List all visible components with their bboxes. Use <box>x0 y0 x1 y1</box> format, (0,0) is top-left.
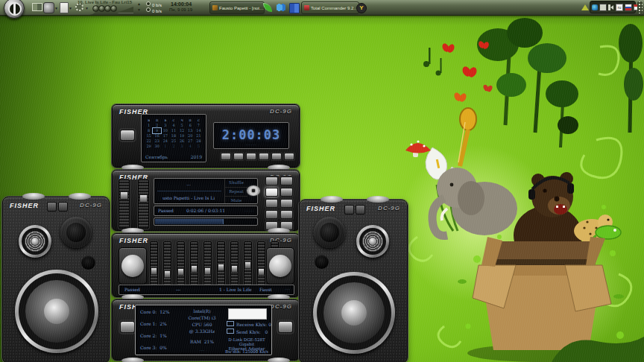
seek-bar[interactable] <box>154 217 258 226</box>
calendar-day[interactable]: 4 <box>186 144 195 149</box>
eq-band-slider[interactable] <box>203 241 212 289</box>
calendar-day[interactable]: 5 <box>178 123 186 128</box>
slider-handle[interactable] <box>231 265 238 273</box>
clock-unit-button[interactable] <box>284 153 294 160</box>
player-grid-button[interactable] <box>265 199 278 208</box>
flag-layout-icon[interactable] <box>625 4 632 11</box>
eq-band-slider[interactable] <box>244 241 252 289</box>
clock-unit-button[interactable] <box>233 153 244 160</box>
eq-band-slider[interactable] <box>163 241 171 289</box>
clock-unit-button[interactable] <box>221 153 231 160</box>
player-grid-button[interactable] <box>280 199 293 208</box>
calendar-day[interactable]: 22 <box>145 139 153 144</box>
volume-slider[interactable] <box>117 7 133 13</box>
slider-handle[interactable] <box>191 265 198 273</box>
player-grid-button[interactable] <box>265 210 278 219</box>
calendar-day[interactable]: 7 <box>195 123 203 128</box>
chevron-down-icon[interactable]: ▼ <box>85 6 89 10</box>
calendar-day[interactable]: 23 <box>153 139 161 144</box>
calendar-day[interactable]: 9 <box>153 128 161 133</box>
gimp-icon[interactable] <box>43 2 54 13</box>
calendar-day[interactable]: 13 <box>186 128 195 133</box>
panel-grip-handle[interactable] <box>637 1 643 13</box>
clock-unit-button[interactable] <box>259 153 269 160</box>
calendar-day[interactable]: 16 <box>153 133 161 139</box>
player-grid-button[interactable] <box>280 188 293 197</box>
shuffle-button[interactable]: Shuffle <box>225 179 247 188</box>
player-grid-button[interactable] <box>265 177 278 185</box>
calendar-day[interactable]: 11 <box>169 128 177 133</box>
notification-triangle-icon[interactable] <box>581 4 589 10</box>
slider-handle[interactable] <box>218 264 224 271</box>
player-slider[interactable] <box>138 180 149 229</box>
eq-band-slider[interactable] <box>177 241 185 289</box>
slider-handle[interactable] <box>204 267 211 275</box>
monitor-left-button[interactable] <box>120 321 135 333</box>
monitor-right-button[interactable] <box>278 321 293 333</box>
taskbar-date[interactable]: Пн, 9 09 19 <box>169 7 192 12</box>
player-grid-button[interactable] <box>265 188 278 197</box>
calendar-day[interactable]: 15 <box>145 133 153 139</box>
speaker-volume-icon[interactable] <box>608 4 614 10</box>
calendar-day[interactable]: 2 <box>169 144 177 149</box>
calendar-day[interactable]: 1 <box>145 123 153 128</box>
slider-handle[interactable] <box>151 267 157 275</box>
butterfly-launcher-icon[interactable] <box>277 3 285 12</box>
calendar-day[interactable]: 28 <box>195 139 203 144</box>
calendar-day[interactable]: 21 <box>195 133 203 139</box>
clock-unit-button[interactable] <box>246 153 256 160</box>
book-launcher-icon[interactable] <box>289 3 300 13</box>
slider-handle[interactable] <box>244 261 251 269</box>
calendar-day[interactable]: 10 <box>161 128 169 133</box>
calendar-day[interactable]: 12 <box>178 128 186 133</box>
start-menu-button[interactable] <box>4 0 25 19</box>
y-badge-icon[interactable]: Y <box>356 3 367 13</box>
calendar-day[interactable]: 4 <box>169 123 177 128</box>
clock-unit-button[interactable] <box>271 153 282 160</box>
chevron-down-icon[interactable]: ▼ <box>54 6 58 10</box>
panel-knob-button[interactable] <box>110 5 117 12</box>
volume-knob[interactable] <box>269 255 291 277</box>
player-grid-button[interactable] <box>280 177 293 185</box>
workspace-pager-icon[interactable] <box>32 3 42 11</box>
calendar-day[interactable]: 17 <box>161 133 169 139</box>
task-button-player[interactable]: Fausto Papetti - [not… <box>209 1 265 14</box>
calendar-day[interactable]: 30 <box>153 144 161 149</box>
slider-handle[interactable] <box>164 270 171 278</box>
calendar-day[interactable]: 8 <box>145 128 153 133</box>
editor-icon[interactable] <box>60 2 69 13</box>
balance-knob[interactable] <box>121 255 144 277</box>
calendar-day[interactable]: 24 <box>161 139 169 144</box>
calendar-day[interactable]: 29 <box>145 144 153 149</box>
slider-handle[interactable] <box>139 194 148 203</box>
calendar-day[interactable]: 1 <box>161 144 169 149</box>
eq-band-slider[interactable] <box>230 241 239 289</box>
repeat-button[interactable]: Repeat <box>225 188 247 197</box>
calendar-day[interactable]: 18 <box>169 133 177 139</box>
eq-band-slider[interactable] <box>150 241 158 289</box>
calendar-day[interactable]: 6 <box>186 123 195 128</box>
calendar-day[interactable]: 3 <box>161 123 169 128</box>
keyboard-layout-icon[interactable]: ru <box>616 4 623 11</box>
calendar-day[interactable]: 20 <box>186 133 195 139</box>
calendar-day[interactable]: 5 <box>195 144 203 149</box>
scroll-down-icon[interactable]: ▼ <box>137 8 141 12</box>
calendar-day[interactable]: 19 <box>178 133 186 139</box>
scroll-up-icon[interactable]: ▲ <box>137 2 141 6</box>
chevron-down-icon[interactable]: ▼ <box>69 6 72 10</box>
mute-button[interactable]: Mute <box>225 197 247 205</box>
tray-app-icon[interactable] <box>592 4 598 10</box>
eq-band-slider[interactable] <box>217 241 225 289</box>
player-slider[interactable] <box>119 180 130 229</box>
calendar-day[interactable]: 27 <box>186 139 195 144</box>
unit-power-button[interactable] <box>120 130 135 141</box>
player-grid-button[interactable] <box>280 210 293 219</box>
calendar-day[interactable]: 26 <box>178 139 186 144</box>
taskbar-clock[interactable]: 14:00:04 <box>171 1 192 7</box>
display-icon[interactable] <box>599 4 607 11</box>
slider-handle[interactable] <box>177 268 184 276</box>
eq-band-slider[interactable] <box>190 241 198 289</box>
slider-handle[interactable] <box>258 268 265 276</box>
calendar-day[interactable]: 14 <box>195 128 203 133</box>
calendar-day[interactable]: 3 <box>178 144 186 149</box>
